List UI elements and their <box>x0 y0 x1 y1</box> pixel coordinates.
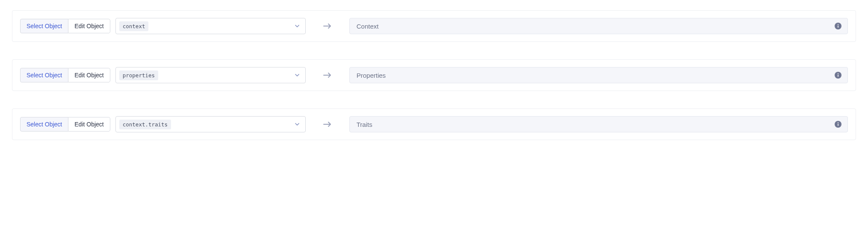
info-icon[interactable] <box>835 121 841 128</box>
info-icon[interactable] <box>835 72 841 79</box>
object-mode-toggle: Select Object Edit Object <box>20 19 110 33</box>
caret-down-icon <box>295 123 299 126</box>
source-value-select[interactable]: properties <box>115 67 306 83</box>
destination-field: Traits <box>349 116 848 132</box>
object-mode-toggle: Select Object Edit Object <box>20 68 110 82</box>
select-object-button[interactable]: Select Object <box>20 68 68 82</box>
source-value-select[interactable]: context <box>115 18 306 34</box>
destination-label: Context <box>357 23 379 30</box>
source-value-select[interactable]: context.traits <box>115 116 306 132</box>
arrow-right-icon <box>311 72 344 78</box>
source-value-chip: context <box>119 21 149 31</box>
source-value-chip: properties <box>119 70 158 80</box>
svg-point-5 <box>838 73 838 74</box>
svg-rect-1 <box>838 26 838 28</box>
select-object-button[interactable]: Select Object <box>20 19 68 33</box>
source-value-chip: context.traits <box>119 120 171 129</box>
svg-point-8 <box>838 122 838 123</box>
svg-rect-4 <box>838 75 838 77</box>
arrow-right-icon <box>311 121 344 127</box>
arrow-right-icon <box>311 23 344 29</box>
destination-label: Traits <box>357 121 372 128</box>
destination-label: Properties <box>357 72 386 79</box>
row-divider <box>12 50 856 51</box>
edit-object-button[interactable]: Edit Object <box>68 117 110 132</box>
edit-object-button[interactable]: Edit Object <box>68 19 110 33</box>
svg-rect-7 <box>838 124 838 126</box>
destination-field: Context <box>349 18 848 34</box>
mapping-row: Select Object Edit Object properties Pro… <box>12 59 856 91</box>
select-object-button[interactable]: Select Object <box>20 117 68 132</box>
info-icon[interactable] <box>835 23 841 29</box>
svg-point-2 <box>838 24 838 25</box>
caret-down-icon <box>295 25 299 27</box>
row-divider <box>12 100 856 100</box>
destination-field: Properties <box>349 67 848 83</box>
edit-object-button[interactable]: Edit Object <box>68 68 110 82</box>
object-mode-toggle: Select Object Edit Object <box>20 117 110 132</box>
mapping-row: Select Object Edit Object context.traits… <box>12 108 856 140</box>
caret-down-icon <box>295 74 299 76</box>
mapping-row: Select Object Edit Object context Contex… <box>12 10 856 42</box>
